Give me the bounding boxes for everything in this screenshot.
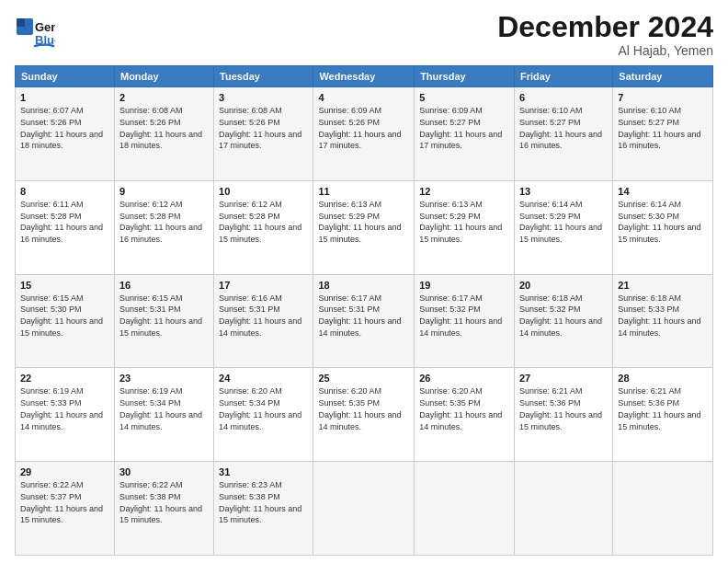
- col-tuesday: Tuesday: [214, 66, 313, 87]
- table-cell: 25 Sunrise: 6:20 AMSunset: 5:35 PMDaylig…: [313, 368, 415, 462]
- logo: General Blue: [15, 11, 55, 52]
- table-cell: 12 Sunrise: 6:13 AMSunset: 5:29 PMDaylig…: [415, 180, 515, 274]
- day-number: 15: [20, 279, 109, 293]
- day-number: 5: [419, 91, 509, 105]
- col-friday: Friday: [514, 66, 612, 87]
- table-cell: 6 Sunrise: 6:10 AMSunset: 5:27 PMDayligh…: [514, 87, 612, 181]
- logo-icon: General Blue: [15, 11, 55, 52]
- day-info: Sunrise: 6:17 AMSunset: 5:31 PMDaylight:…: [318, 293, 401, 338]
- day-number: 18: [318, 279, 409, 293]
- table-cell: 5 Sunrise: 6:09 AMSunset: 5:27 PMDayligh…: [415, 87, 515, 181]
- table-cell: 28 Sunrise: 6:21 AMSunset: 5:36 PMDaylig…: [613, 368, 713, 462]
- day-number: 26: [419, 372, 509, 385]
- day-info: Sunrise: 6:13 AMSunset: 5:29 PMDaylight:…: [419, 200, 502, 244]
- table-cell: 17 Sunrise: 6:16 AMSunset: 5:31 PMDaylig…: [214, 274, 313, 368]
- table-cell: 3 Sunrise: 6:08 AMSunset: 5:26 PMDayligh…: [214, 87, 313, 181]
- day-info: Sunrise: 6:19 AMSunset: 5:33 PMDaylight:…: [20, 386, 103, 431]
- table-cell: 2 Sunrise: 6:08 AMSunset: 5:26 PMDayligh…: [114, 87, 213, 181]
- week-row-3: 15 Sunrise: 6:15 AMSunset: 5:30 PMDaylig…: [16, 274, 713, 368]
- table-cell: 1 Sunrise: 6:07 AMSunset: 5:26 PMDayligh…: [16, 87, 115, 181]
- day-info: Sunrise: 6:20 AMSunset: 5:34 PMDaylight:…: [219, 386, 301, 431]
- day-info: Sunrise: 6:18 AMSunset: 5:32 PMDaylight:…: [519, 293, 602, 338]
- day-info: Sunrise: 6:23 AMSunset: 5:38 PMDaylight:…: [219, 480, 301, 524]
- day-info: Sunrise: 6:13 AMSunset: 5:29 PMDaylight:…: [318, 200, 401, 244]
- day-number: 12: [419, 185, 509, 199]
- day-info: Sunrise: 6:14 AMSunset: 5:30 PMDaylight:…: [618, 200, 700, 244]
- day-number: 7: [618, 91, 708, 105]
- header-row: Sunday Monday Tuesday Wednesday Thursday…: [16, 66, 713, 87]
- day-info: Sunrise: 6:15 AMSunset: 5:31 PMDaylight:…: [119, 293, 202, 338]
- day-number: 3: [219, 91, 308, 105]
- table-cell: 26 Sunrise: 6:20 AMSunset: 5:35 PMDaylig…: [415, 368, 515, 462]
- table-cell: 31 Sunrise: 6:23 AMSunset: 5:38 PMDaylig…: [214, 462, 313, 556]
- title-area: December 2024 Al Hajab, Yemen: [497, 11, 713, 58]
- day-info: Sunrise: 6:09 AMSunset: 5:27 PMDaylight:…: [419, 106, 502, 150]
- day-info: Sunrise: 6:11 AMSunset: 5:28 PMDaylight:…: [20, 200, 103, 244]
- col-thursday: Thursday: [415, 66, 515, 87]
- table-cell: 19 Sunrise: 6:17 AMSunset: 5:32 PMDaylig…: [415, 274, 515, 368]
- col-sunday: Sunday: [16, 66, 115, 87]
- day-number: 27: [519, 372, 608, 385]
- day-number: 8: [20, 185, 109, 199]
- page: General Blue December 2024 Al Hajab, Yem…: [0, 0, 728, 563]
- table-cell: 23 Sunrise: 6:19 AMSunset: 5:34 PMDaylig…: [114, 368, 213, 462]
- table-cell: [514, 462, 612, 556]
- day-info: Sunrise: 6:22 AMSunset: 5:37 PMDaylight:…: [20, 480, 103, 524]
- day-info: Sunrise: 6:15 AMSunset: 5:30 PMDaylight:…: [20, 293, 103, 338]
- month-title: December 2024: [497, 11, 713, 43]
- day-info: Sunrise: 6:10 AMSunset: 5:27 PMDaylight:…: [618, 106, 700, 150]
- svg-text:General: General: [35, 20, 55, 34]
- day-info: Sunrise: 6:21 AMSunset: 5:36 PMDaylight:…: [618, 386, 700, 431]
- day-number: 16: [119, 279, 209, 293]
- day-info: Sunrise: 6:20 AMSunset: 5:35 PMDaylight:…: [318, 386, 401, 431]
- day-number: 31: [219, 465, 308, 479]
- day-number: 21: [618, 279, 708, 293]
- day-info: Sunrise: 6:21 AMSunset: 5:36 PMDaylight:…: [519, 386, 602, 431]
- table-cell: 10 Sunrise: 6:12 AMSunset: 5:28 PMDaylig…: [214, 180, 313, 274]
- calendar-table: Sunday Monday Tuesday Wednesday Thursday…: [15, 65, 713, 556]
- table-cell: 15 Sunrise: 6:15 AMSunset: 5:30 PMDaylig…: [16, 274, 115, 368]
- table-cell: 7 Sunrise: 6:10 AMSunset: 5:27 PMDayligh…: [613, 87, 713, 181]
- day-info: Sunrise: 6:12 AMSunset: 5:28 PMDaylight:…: [119, 200, 202, 244]
- header: General Blue December 2024 Al Hajab, Yem…: [15, 11, 713, 58]
- table-cell: 8 Sunrise: 6:11 AMSunset: 5:28 PMDayligh…: [16, 180, 115, 274]
- table-cell: 29 Sunrise: 6:22 AMSunset: 5:37 PMDaylig…: [16, 462, 115, 556]
- day-info: Sunrise: 6:18 AMSunset: 5:33 PMDaylight:…: [618, 293, 700, 338]
- week-row-5: 29 Sunrise: 6:22 AMSunset: 5:37 PMDaylig…: [16, 462, 713, 556]
- week-row-4: 22 Sunrise: 6:19 AMSunset: 5:33 PMDaylig…: [16, 368, 713, 462]
- table-cell: 4 Sunrise: 6:09 AMSunset: 5:26 PMDayligh…: [313, 87, 415, 181]
- day-number: 29: [20, 465, 109, 479]
- table-cell: [613, 462, 713, 556]
- svg-rect-1: [17, 18, 25, 27]
- day-number: 22: [20, 372, 109, 385]
- day-info: Sunrise: 6:08 AMSunset: 5:26 PMDaylight:…: [119, 106, 202, 150]
- day-info: Sunrise: 6:12 AMSunset: 5:28 PMDaylight:…: [219, 200, 301, 244]
- day-number: 9: [119, 185, 209, 199]
- day-number: 30: [119, 465, 209, 479]
- day-number: 23: [119, 372, 209, 385]
- day-number: 20: [519, 279, 608, 293]
- day-number: 24: [219, 372, 308, 385]
- col-wednesday: Wednesday: [313, 66, 415, 87]
- col-saturday: Saturday: [613, 66, 713, 87]
- day-number: 19: [419, 279, 509, 293]
- table-cell: 27 Sunrise: 6:21 AMSunset: 5:36 PMDaylig…: [514, 368, 612, 462]
- table-cell: 24 Sunrise: 6:20 AMSunset: 5:34 PMDaylig…: [214, 368, 313, 462]
- table-cell: 13 Sunrise: 6:14 AMSunset: 5:29 PMDaylig…: [514, 180, 612, 274]
- location: Al Hajab, Yemen: [497, 43, 713, 58]
- day-info: Sunrise: 6:19 AMSunset: 5:34 PMDaylight:…: [119, 386, 202, 431]
- day-number: 28: [618, 372, 708, 385]
- table-cell: [415, 462, 515, 556]
- day-number: 10: [219, 185, 308, 199]
- table-cell: 16 Sunrise: 6:15 AMSunset: 5:31 PMDaylig…: [114, 274, 213, 368]
- day-number: 2: [119, 91, 209, 105]
- day-info: Sunrise: 6:16 AMSunset: 5:31 PMDaylight:…: [219, 293, 301, 338]
- week-row-1: 1 Sunrise: 6:07 AMSunset: 5:26 PMDayligh…: [16, 87, 713, 181]
- table-cell: 14 Sunrise: 6:14 AMSunset: 5:30 PMDaylig…: [613, 180, 713, 274]
- table-cell: 9 Sunrise: 6:12 AMSunset: 5:28 PMDayligh…: [114, 180, 213, 274]
- day-info: Sunrise: 6:08 AMSunset: 5:26 PMDaylight:…: [219, 106, 301, 150]
- day-info: Sunrise: 6:10 AMSunset: 5:27 PMDaylight:…: [519, 106, 602, 150]
- day-info: Sunrise: 6:09 AMSunset: 5:26 PMDaylight:…: [318, 106, 401, 150]
- day-number: 11: [318, 185, 409, 199]
- day-number: 14: [618, 185, 708, 199]
